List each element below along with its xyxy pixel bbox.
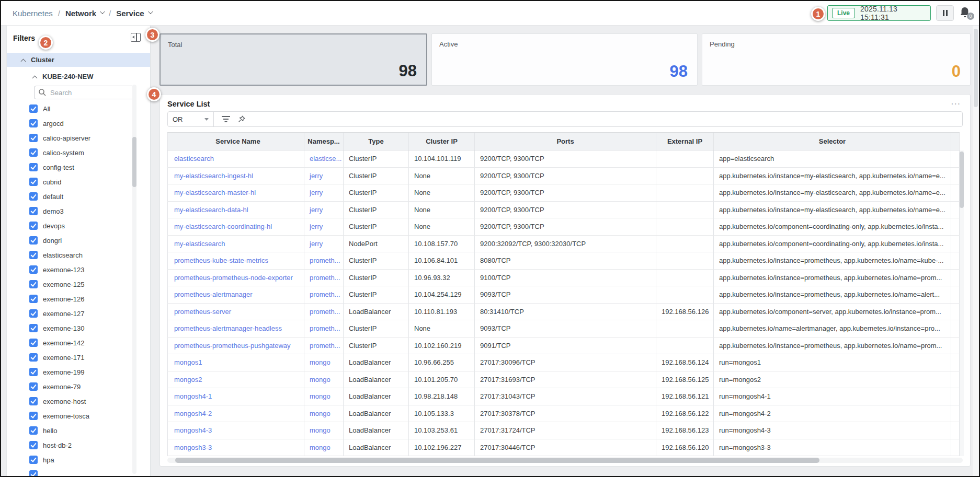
namespace-checkbox-item[interactable]: exemone-171: [7, 350, 136, 365]
checkbox-checked-icon[interactable]: [29, 309, 38, 318]
page-scrollbar[interactable]: [973, 26, 979, 476]
namespace-link[interactable]: prometh...: [304, 252, 344, 269]
service-name-link[interactable]: my-elasticsearch-data-hl: [167, 202, 304, 218]
checkbox-checked-icon[interactable]: [29, 148, 38, 157]
page-scrollbar-thumb[interactable]: [974, 29, 978, 107]
breadcrumb-menu-network[interactable]: Network: [65, 9, 104, 18]
namespace-checkbox-item-partial[interactable]: [7, 467, 136, 476]
namespace-checkbox-item[interactable]: exemone-130: [7, 321, 136, 335]
checkbox-checked-icon[interactable]: [29, 119, 38, 127]
namespace-link[interactable]: jerry: [304, 236, 344, 252]
service-name-link[interactable]: mongosh4-1: [167, 388, 304, 405]
sidebar-scrollbar-thumb[interactable]: [132, 137, 136, 187]
namespace-link[interactable]: prometh...: [304, 338, 344, 354]
collapse-panel-icon[interactable]: [131, 33, 141, 42]
service-name-link[interactable]: prometheus-alertmanager: [167, 286, 304, 303]
service-name-link[interactable]: my-elasticsearch-master-hl: [167, 184, 304, 201]
namespace-link[interactable]: jerry: [304, 184, 344, 201]
namespace-checkbox-item[interactable]: config-test: [7, 160, 136, 174]
checkbox-checked-icon[interactable]: [29, 368, 38, 376]
checkbox-checked-icon[interactable]: [29, 412, 38, 420]
table-horizontal-scrollbar[interactable]: [167, 458, 963, 463]
checkbox-checked-icon[interactable]: [29, 441, 38, 449]
service-name-link[interactable]: prometheus-prometheus-node-exporter: [167, 270, 304, 286]
pause-button[interactable]: [936, 5, 954, 21]
service-name-link[interactable]: mongos1: [167, 354, 304, 371]
checkbox-checked-icon[interactable]: [29, 178, 38, 186]
live-time-control[interactable]: Live 2025.11.13 15:11:31: [827, 5, 931, 21]
checkbox-checked-icon[interactable]: [29, 339, 38, 347]
checkbox-checked-icon[interactable]: [29, 280, 38, 288]
col-header-ports[interactable]: Ports: [475, 133, 656, 150]
operator-select[interactable]: OR: [168, 112, 214, 126]
namespace-link[interactable]: prometh...: [304, 304, 344, 320]
col-header-selector[interactable]: Selector: [714, 133, 951, 150]
checkbox-checked-icon[interactable]: [29, 426, 38, 435]
namespace-link[interactable]: mongo: [304, 439, 344, 456]
checkbox-checked-icon[interactable]: [29, 163, 38, 171]
checkbox-checked-icon[interactable]: [29, 470, 38, 476]
namespace-checkbox-item[interactable]: exemone-142: [7, 335, 136, 350]
namespace-checkbox-item[interactable]: calico-apiserver: [7, 131, 136, 145]
checkbox-checked-icon[interactable]: [29, 192, 38, 201]
namespace-link[interactable]: mongo: [304, 371, 344, 388]
namespace-checkbox-item[interactable]: exemone-127: [7, 306, 136, 321]
namespace-link[interactable]: mongo: [304, 354, 344, 371]
checkbox-checked-icon[interactable]: [29, 353, 38, 362]
service-name-link[interactable]: elasticsearch: [167, 150, 304, 167]
col-header-cluster-ip[interactable]: Cluster IP: [409, 133, 475, 150]
pin-icon[interactable]: [237, 115, 246, 123]
namespace-link[interactable]: mongo: [304, 388, 344, 405]
namespace-link[interactable]: prometh...: [304, 270, 344, 286]
stat-card-total[interactable]: Total 98: [159, 33, 427, 86]
col-header-service-name[interactable]: Service Name: [167, 133, 304, 150]
checkbox-checked-icon[interactable]: [29, 456, 38, 464]
namespace-link[interactable]: mongo: [304, 405, 344, 422]
namespace-link[interactable]: prometh...: [304, 320, 344, 337]
service-name-link[interactable]: my-elasticsearch-coordinating-hl: [167, 218, 304, 235]
service-name-link[interactable]: my-elasticsearch: [167, 236, 304, 252]
table-vertical-scrollbar[interactable]: [960, 150, 964, 456]
search-input[interactable]: [34, 86, 136, 99]
namespace-checkbox-item[interactable]: devops: [7, 218, 136, 233]
namespace-checkbox-item[interactable]: default: [7, 189, 136, 204]
breadcrumb-root[interactable]: Kubernetes: [13, 9, 53, 18]
namespace-checkbox-item[interactable]: exemone-79: [7, 379, 136, 394]
filter-icon[interactable]: [222, 116, 230, 122]
service-name-link[interactable]: mongosh4-2: [167, 405, 304, 422]
checkbox-checked-icon[interactable]: [29, 265, 38, 274]
col-header-type[interactable]: Type: [344, 133, 409, 150]
namespace-checkbox-item[interactable]: cubrid: [7, 174, 136, 189]
table-vscroll-thumb[interactable]: [960, 152, 964, 208]
namespace-checkbox-item[interactable]: All: [7, 101, 136, 116]
tree-node-cluster-name[interactable]: KUBE-240-NEW: [7, 69, 150, 84]
stat-card-active[interactable]: Active 98: [431, 33, 698, 86]
namespace-checkbox-item[interactable]: hpa: [7, 452, 136, 467]
namespace-checkbox-item[interactable]: dongri: [7, 233, 136, 248]
checkbox-checked-icon[interactable]: [29, 207, 38, 215]
checkbox-checked-icon[interactable]: [29, 397, 38, 405]
checkbox-checked-icon[interactable]: [29, 222, 38, 230]
service-name-link[interactable]: mongos2: [167, 371, 304, 388]
checkbox-checked-icon[interactable]: [29, 295, 38, 303]
checkbox-checked-icon[interactable]: [29, 104, 38, 113]
namespace-link[interactable]: mongo: [304, 422, 344, 439]
namespace-checkbox-item[interactable]: exemone-host: [7, 394, 136, 409]
service-name-link[interactable]: mongosh4-3: [167, 422, 304, 439]
namespace-link[interactable]: jerry: [304, 202, 344, 218]
namespace-checkbox-item[interactable]: exemone-125: [7, 277, 136, 292]
service-name-link[interactable]: prometheus-prometheus-pushgateway: [167, 338, 304, 354]
checkbox-checked-icon[interactable]: [29, 236, 38, 245]
namespace-link[interactable]: jerry: [304, 218, 344, 235]
checkbox-checked-icon[interactable]: [29, 382, 38, 391]
checkbox-checked-icon[interactable]: [29, 324, 38, 332]
namespace-checkbox-item[interactable]: host-db-2: [7, 438, 136, 452]
service-name-link[interactable]: my-elasticsearch-ingest-hl: [167, 168, 304, 184]
stat-card-pending[interactable]: Pending 0: [702, 33, 971, 86]
col-header-external-ip[interactable]: External IP: [656, 133, 714, 150]
sidebar-scrollbar[interactable]: [132, 85, 136, 474]
namespace-link[interactable]: elasticse...: [304, 150, 344, 167]
namespace-checkbox-item[interactable]: exemone-tosca: [7, 409, 136, 423]
namespace-checkbox-item[interactable]: calico-system: [7, 145, 136, 160]
breadcrumb-menu-service[interactable]: Service: [116, 9, 151, 18]
